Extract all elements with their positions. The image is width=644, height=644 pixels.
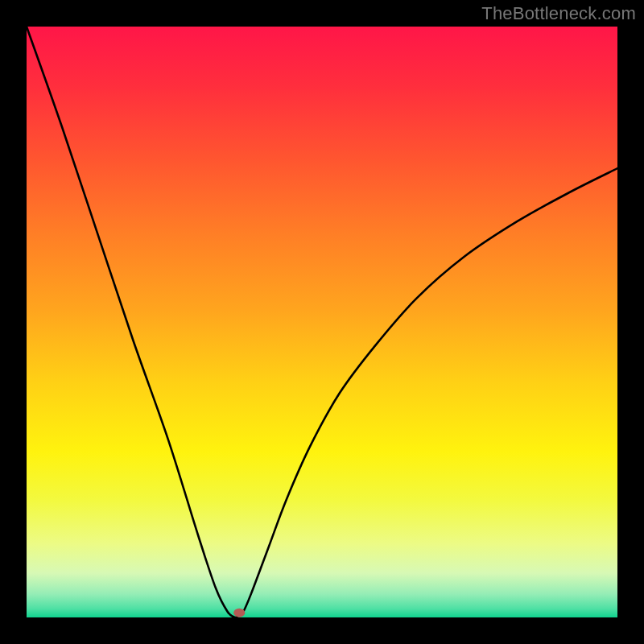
chart-root: TheBottleneck.com — [0, 0, 644, 644]
plot-frame — [27, 27, 617, 617]
bottleneck-curve — [27, 27, 617, 617]
optimum-marker — [233, 609, 245, 617]
plot-inner — [27, 27, 617, 617]
attribution-label: TheBottleneck.com — [481, 3, 636, 24]
